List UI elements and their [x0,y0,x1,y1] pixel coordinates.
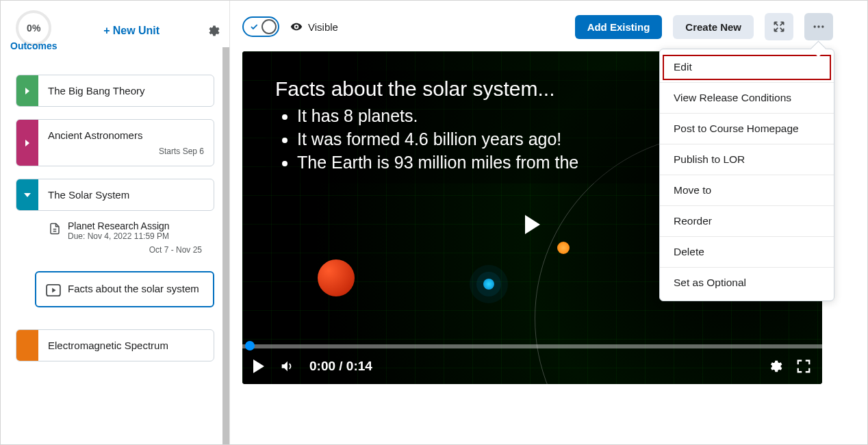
unit-body: The Solar System [38,179,214,210]
plus-icon: + [103,25,110,37]
video-item-selected[interactable]: Facts about the solar system [35,271,214,307]
app-root: 0% Outcomes + New Unit The Big Bang Theo… [0,0,868,445]
progress-pct: 0% [27,23,40,34]
video-item-title: Facts about the solar system [68,282,199,296]
add-existing-button[interactable]: Add Existing [575,15,663,39]
visibility-toggle[interactable] [242,16,279,37]
unit-title: The Big Bang Theory [48,85,204,97]
video-item-wrapper: Facts about the solar system [16,259,214,312]
unit-meta: Starts Sep 6 [48,147,204,156]
menu-item-release-conditions[interactable]: View Release Conditions [660,83,834,114]
eye-icon [290,21,303,33]
check-icon [249,22,259,31]
menu-item-delete[interactable]: Delete [660,237,834,268]
volume-icon[interactable] [279,359,294,374]
outcomes-progress[interactable]: 0% Outcomes [10,10,57,51]
toggle-knob [261,19,277,34]
new-unit-label: New Unit [113,25,159,37]
unit-stripe [16,330,38,361]
gear-icon[interactable] [206,24,220,38]
video-time: 0:00 / 0:14 [309,359,372,374]
play-overlay-icon[interactable] [525,215,540,234]
visibility-label: Visible [308,21,338,33]
video-controls: 0:00 / 0:14 [242,348,822,384]
menu-item-edit[interactable]: Edit [660,52,834,83]
chevron-right-icon [25,88,29,94]
unit-stripe [16,120,38,166]
more-actions-menu: Edit View Release Conditions Post to Cou… [659,49,834,301]
svg-point-1 [296,26,298,28]
more-actions-button[interactable] [804,13,833,40]
menu-item-publish-lor[interactable]: Publish to LOR [660,144,834,175]
unit-list: The Big Bang Theory Ancient Astronomers … [1,58,229,361]
svg-point-2 [814,25,816,27]
assignment-date-range: Oct 7 - Nov 25 [49,245,205,255]
unit-body: The Big Bang Theory [38,75,214,106]
unit-title: Electromagnetic Spectrum [48,340,204,351]
planet-orange-graphic [557,242,570,254]
assignment-title: Planet Research Assign [68,220,170,231]
ellipsis-icon [812,20,826,34]
unit-big-bang[interactable]: The Big Bang Theory [16,75,214,107]
unit-body: Ancient Astronomers Starts Sep 6 [38,120,214,166]
units-sidebar: 0% Outcomes + New Unit The Big Bang Theo… [1,1,230,444]
sidebar-scrollbar[interactable] [222,47,229,444]
solar-system-children: Planet Research Assign Due: Nov 4, 2022 … [16,216,214,317]
unit-title: The Solar System [48,189,204,201]
menu-item-post-homepage[interactable]: Post to Course Homepage [660,114,834,144]
svg-point-4 [821,25,824,27]
unit-stripe [16,75,38,106]
document-icon [49,222,61,236]
planet-blue-graphic [483,279,494,290]
play-rect-icon [46,284,61,296]
main-content: Visible Add Existing Create New Facts ab… [230,1,867,444]
sidebar-header: 0% Outcomes + New Unit [1,1,229,58]
menu-item-set-optional[interactable]: Set as Optional [660,268,834,298]
assignment-item[interactable]: Planet Research Assign Due: Nov 4, 2022 … [16,216,214,259]
unit-ancient-astronomers[interactable]: Ancient Astronomers Starts Sep 6 [16,119,214,166]
visibility-indicator: Visible [290,21,338,33]
fullscreen-icon[interactable] [796,359,811,374]
create-new-button[interactable]: Create New [673,15,754,39]
menu-item-move-to[interactable]: Move to [660,175,834,206]
chevron-down-icon [24,193,31,197]
outcomes-label: Outcomes [10,40,57,51]
new-unit-button[interactable]: + New Unit [103,25,159,37]
content-topbar: Visible Add Existing Create New [242,13,833,40]
expand-icon [772,20,786,34]
fullscreen-button[interactable] [765,13,793,40]
settings-icon[interactable] [767,359,782,374]
unit-solar-system[interactable]: The Solar System [16,179,214,211]
planet-red-graphic [318,259,355,296]
play-button[interactable] [253,359,264,373]
unit-body: Electromagnetic Spectrum [38,330,214,361]
unit-stripe [16,179,38,210]
assignment-due: Due: Nov 4, 2022 11:59 PM [68,231,170,241]
unit-em-spectrum[interactable]: Electromagnetic Spectrum [16,329,214,361]
menu-item-reorder[interactable]: Reorder [660,206,834,237]
chevron-right-icon [25,140,29,147]
svg-point-3 [817,25,819,27]
unit-title: Ancient Astronomers [48,129,204,141]
